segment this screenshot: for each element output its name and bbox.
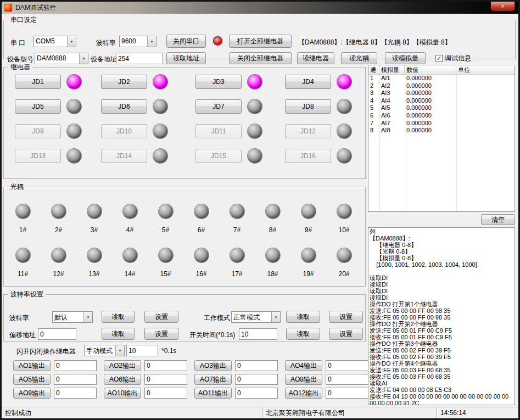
ao7-output-button[interactable]: AO7输出	[194, 374, 232, 385]
opto-cell: 18#	[255, 240, 290, 278]
relay-jd8-indicator	[337, 99, 351, 114]
opto-cell: 5#	[148, 197, 183, 234]
relay-jd6-button[interactable]: JD6	[101, 99, 147, 114]
log-output[interactable]: 列 【DAM0888】: 【继电器 0-8】 【光耦 0-8】 【模拟量 0-8…	[368, 227, 515, 405]
cell-unit	[456, 89, 515, 97]
ao6-value-input[interactable]	[144, 374, 187, 385]
col-channel[interactable]: 通	[368, 65, 379, 74]
ao10-output-button[interactable]: AO10输出	[104, 388, 141, 399]
ao9-value-input[interactable]	[54, 388, 97, 399]
ao12-value-input[interactable]	[326, 388, 368, 399]
opto-14-indicator	[123, 248, 137, 262]
baud-read-button[interactable]: 读取	[102, 311, 135, 323]
opto-16-label: 16#	[195, 270, 206, 278]
relay-jd5-indicator	[67, 99, 81, 114]
cell-value: 0.000000	[405, 104, 456, 112]
switch-set-button[interactable]: 设置	[329, 328, 363, 340]
opto-19-label: 19#	[303, 270, 314, 278]
mode-set-button[interactable]: 设置	[329, 311, 363, 323]
ao9-output-button[interactable]: AO9输出	[13, 388, 51, 399]
relay-jd10-button[interactable]: JD10	[101, 124, 147, 138]
opto-4-indicator	[123, 204, 137, 219]
analog-table: 通 模拟量 数值 单位 1AI10.000000 2AI20.000000 3A…	[368, 65, 515, 212]
com-port-select[interactable]: COM5 ▼	[33, 36, 76, 47]
opto-cell: 9#	[290, 197, 326, 234]
open-all-relays-button[interactable]: 打开全部继电器	[229, 35, 292, 48]
opto-12-label: 12#	[53, 270, 64, 278]
serial-group-title: 串口设定	[8, 15, 39, 25]
ao-cell: AO4输出	[285, 360, 368, 371]
offset-set-button[interactable]: 设置	[144, 328, 178, 340]
ao8-output-button[interactable]: AO8输出	[285, 374, 322, 385]
ao3-value-input[interactable]	[235, 360, 278, 371]
relay-jd15-indicator	[248, 149, 262, 163]
debug-info-checkbox[interactable]: ✓ 调试信息	[435, 54, 471, 63]
read-analog-button[interactable]: 读模拟量	[385, 52, 426, 64]
debug-info-label: 调试信息	[445, 54, 471, 63]
flash-time-input[interactable]	[126, 345, 158, 356]
relay-jd4-button[interactable]: JD4	[285, 75, 331, 89]
switch-time-input[interactable]	[239, 328, 277, 340]
titlebar: DAM调试软件 ✕	[2, 2, 518, 14]
opto-cell: 17#	[219, 240, 255, 278]
ao10-value-input[interactable]	[144, 388, 187, 399]
baud-default-select[interactable]: 默认 ▼	[52, 311, 93, 323]
analog-row: 1AI10.000000	[368, 75, 515, 82]
ao4-output-button[interactable]: AO4输出	[285, 360, 322, 371]
relay-jd7-indicator	[248, 99, 262, 114]
analog-row: 7AI70.000000	[368, 120, 515, 127]
ao3-output-button[interactable]: AO3输出	[194, 360, 232, 371]
relay-jd15-button[interactable]: JD15	[195, 149, 242, 163]
ao6-output-button[interactable]: AO6输出	[104, 374, 141, 385]
ao11-output-button[interactable]: AO11输出	[194, 388, 232, 399]
relay-jd9-button[interactable]: JD9	[15, 124, 61, 138]
statusbar-company-panel: 北京聚英翱翔电子有限公司	[262, 407, 437, 418]
mode-read-button[interactable]: 读取	[286, 311, 320, 323]
ao5-value-input[interactable]	[54, 374, 97, 385]
relay-jd5-button[interactable]: JD5	[15, 99, 61, 114]
work-mode-select[interactable]: 正常模式 ▼	[231, 311, 281, 323]
relay-jd2-button[interactable]: JD2	[101, 75, 147, 89]
close-button[interactable]: ✕	[490, 2, 515, 12]
opto-5-indicator	[159, 204, 173, 219]
ao12-output-button[interactable]: AO12输出	[285, 388, 322, 399]
flash-mode-select[interactable]: 手动模式 ▼	[84, 345, 125, 356]
cell-name: AI6	[379, 112, 405, 120]
col-unit[interactable]: 单位	[456, 65, 515, 74]
ao4-value-input[interactable]	[326, 360, 368, 371]
ao2-output-button[interactable]: AO2输出	[104, 360, 141, 371]
offset-address-input[interactable]	[38, 328, 76, 340]
close-serial-button[interactable]: 关闭串口	[166, 35, 206, 48]
ao7-value-input[interactable]	[235, 374, 278, 385]
relay-jd12-button[interactable]: JD12	[285, 124, 331, 138]
opto-12-indicator	[52, 248, 66, 262]
chevron-down-icon: ▼	[115, 345, 124, 356]
offset-read-button[interactable]: 读取	[102, 328, 135, 340]
ao1-output-button[interactable]: AO1输出	[13, 360, 51, 371]
relay-jd11-button[interactable]: JD11	[195, 124, 242, 138]
ao8-value-input[interactable]	[326, 374, 368, 385]
relay-jd8-button[interactable]: JD8	[285, 99, 331, 114]
relay-jd1-button[interactable]: JD1	[15, 75, 61, 89]
ao11-value-input[interactable]	[235, 388, 278, 399]
relay-cell: JD7	[195, 99, 285, 114]
opto-1-label: 1#	[19, 226, 26, 234]
clear-button[interactable]: 清空	[481, 214, 515, 225]
relay-jd16-button[interactable]: JD16	[285, 149, 331, 163]
relay-jd7-button[interactable]: JD7	[195, 99, 242, 114]
relay-jd13-button[interactable]: JD13	[15, 149, 61, 163]
switch-read-button[interactable]: 读取	[286, 328, 320, 340]
ao1-value-input[interactable]	[54, 360, 97, 371]
col-analog[interactable]: 模拟量	[379, 65, 405, 74]
ao2-value-input[interactable]	[144, 360, 187, 371]
baud-rate-select[interactable]: 9600 ▼	[119, 36, 156, 47]
relay-jd14-button[interactable]: JD14	[101, 149, 147, 163]
analog-table-body: 1AI10.000000 2AI20.000000 3AI30.000000 4…	[368, 75, 515, 211]
cell-unit	[456, 97, 515, 105]
relay-jd3-button[interactable]: JD3	[195, 75, 242, 89]
flash-time-unit-label: *0.1s	[161, 347, 176, 355]
baud-set-button[interactable]: 设置	[144, 311, 178, 323]
col-value[interactable]: 数值	[405, 65, 456, 74]
close-icon: ✕	[500, 3, 505, 9]
ao5-output-button[interactable]: AO5输出	[13, 374, 51, 385]
